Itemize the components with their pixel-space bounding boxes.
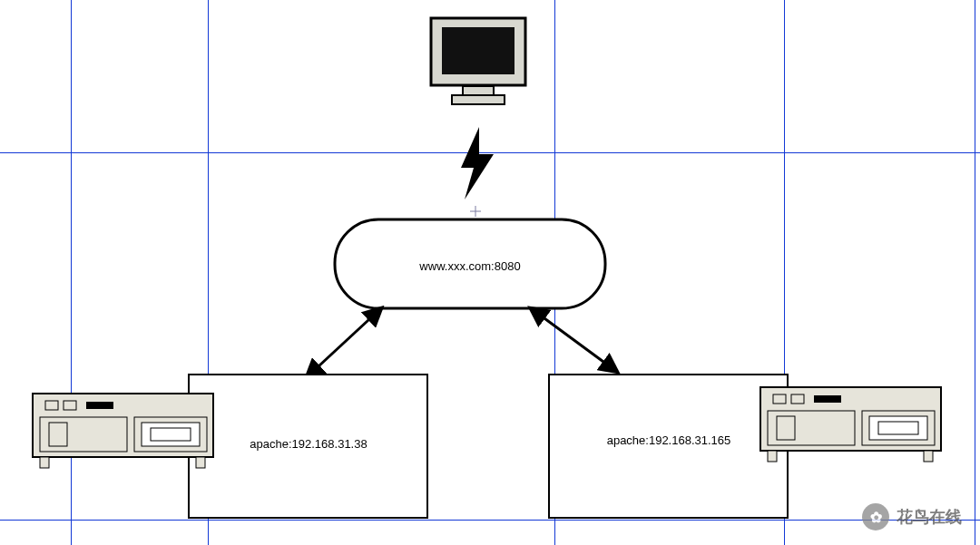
svg-rect-12 [86, 402, 113, 409]
load-balancer-node[interactable]: www.xxx.com:8080 [335, 219, 605, 308]
connector-arrow-right[interactable] [531, 308, 617, 372]
watermark-logo-icon: ✿ [862, 503, 889, 530]
svg-rect-19 [196, 457, 205, 468]
server-right-node[interactable]: apache:192.168.31.165 [549, 375, 788, 518]
load-balancer-label: www.xxx.com:8080 [418, 259, 520, 273]
watermark-text: 花鸟在线 [897, 506, 962, 528]
server-left-label: apache:192.168.31.38 [250, 437, 367, 451]
svg-rect-18 [40, 457, 49, 468]
watermark: ✿ 花鸟在线 [862, 503, 962, 530]
diagram-svg: www.xxx.com:8080 apache:192.168.31.38 ap… [0, 0, 980, 545]
resize-handle-icon[interactable] [470, 206, 481, 217]
client-terminal-icon[interactable] [431, 18, 525, 104]
svg-rect-29 [768, 451, 777, 462]
connector-arrow-left[interactable] [307, 308, 381, 377]
svg-rect-3 [452, 95, 505, 104]
svg-rect-30 [924, 451, 933, 462]
svg-rect-23 [814, 395, 841, 403]
server-rack-right-icon [760, 387, 941, 462]
lightning-icon [461, 127, 494, 200]
svg-rect-1 [442, 27, 514, 74]
svg-rect-2 [463, 86, 494, 95]
server-left-node[interactable]: apache:192.168.31.38 [189, 375, 427, 518]
server-rack-left-icon [33, 394, 213, 468]
server-right-label: apache:192.168.31.165 [607, 433, 731, 447]
